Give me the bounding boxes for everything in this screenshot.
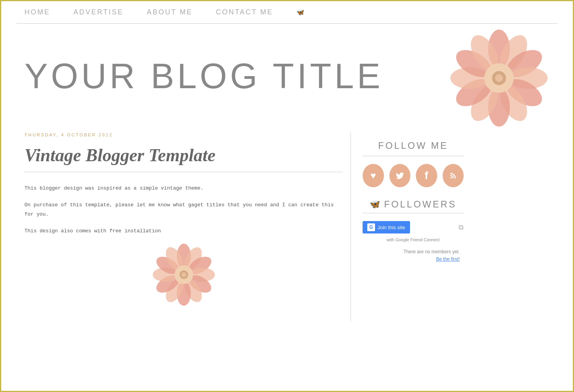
join-site-area: G Join this site ⧉ (363, 221, 464, 233)
be-first-link[interactable]: Be the first! (436, 256, 460, 262)
join-btn-label: Join this site (377, 225, 405, 230)
post-paragraph-2: On purchase of this template, please let… (24, 200, 343, 219)
flower-small-decoration (153, 244, 215, 306)
svg-point-30 (450, 177, 452, 178)
main-layout: THURSDAY, 4 OCTOBER 2012 Vintage Blogger… (1, 132, 573, 321)
follow-title: FOLLOW ME (363, 140, 464, 151)
social-icons-row: ♥ f (363, 164, 464, 187)
svg-point-29 (181, 272, 186, 277)
nav-contact-me[interactable]: CONTACT ME (216, 8, 273, 16)
main-nav: HOME ADVERTISE ABOUT ME CONTACT ME 🦋 (1, 1, 573, 23)
nav-about-me[interactable]: ABOUT ME (147, 8, 193, 16)
followers-butterfly-icon: 🦋 (370, 199, 380, 209)
nav-butterfly: 🦋 (297, 9, 304, 16)
follow-section: FOLLOW ME ♥ f (363, 140, 464, 187)
no-members-text: There are no members yet. Be the first! (363, 248, 464, 263)
post-paragraph-1: This blogger design was inspired as a si… (24, 184, 343, 193)
social-icon-twitter[interactable] (389, 164, 411, 187)
flower-large-decoration (448, 28, 550, 129)
post-paragraph-3: This design also comes with free install… (24, 226, 343, 235)
followers-divider (363, 213, 464, 213)
followers-title: FOLLOWERS (384, 199, 457, 210)
google-g-icon: G (367, 223, 375, 231)
join-site-button[interactable]: G Join this site (363, 221, 410, 233)
followers-section: 🦋 FOLLOWERS G Join this site ⧉ with Goog… (363, 199, 464, 263)
social-icon-rss[interactable] (443, 164, 464, 187)
nav-home[interactable]: HOME (24, 8, 50, 16)
google-friend-connect-label: with Google Friend Connect (363, 237, 464, 242)
flower-small-container (24, 244, 343, 306)
post-divider (24, 172, 343, 172)
followers-header: 🦋 FOLLOWERS (363, 199, 464, 210)
nav-advertise[interactable]: ADVERTISE (73, 8, 124, 16)
blog-header: YOUR BLOG TITLE (1, 24, 573, 132)
sidebar: FOLLOW ME ♥ f (351, 132, 475, 321)
social-icon-facebook[interactable]: f (416, 164, 437, 187)
social-icon-heart[interactable]: ♥ (363, 164, 384, 187)
svg-point-14 (495, 74, 503, 82)
post-body: This blogger design was inspired as a si… (24, 184, 343, 236)
follow-divider (363, 156, 464, 156)
copy-icon[interactable]: ⧉ (459, 223, 464, 232)
post-date: THURSDAY, 4 OCTOBER 2012 (24, 132, 343, 137)
post-title: Vintage Blogger Template (24, 145, 343, 166)
content-area: THURSDAY, 4 OCTOBER 2012 Vintage Blogger… (17, 132, 351, 321)
